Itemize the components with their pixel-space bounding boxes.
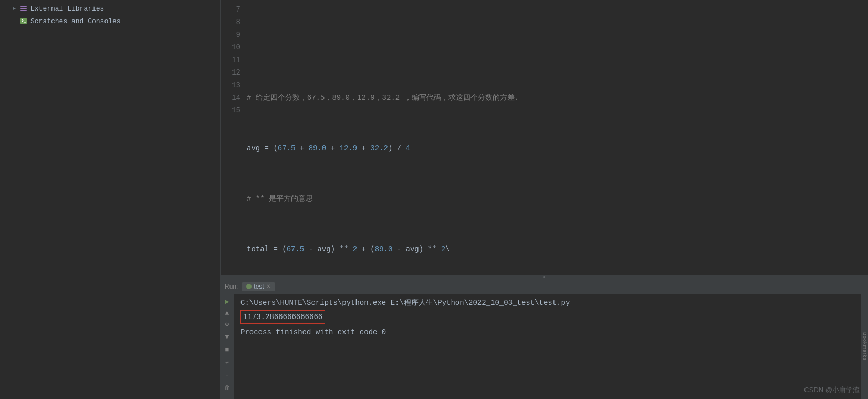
run-panel-left-buttons: ▶ ▲ ⚙ ▼ ■ ↩ ↓ 🗑 — [221, 294, 234, 399]
run-tab-test[interactable]: test ✕ — [242, 282, 274, 291]
settings-icon-btn[interactable]: ⚙ — [223, 320, 232, 329]
code-editor: 7 8 9 10 11 12 13 14 15 # 给定四个分数，67.5，89… — [221, 0, 868, 275]
svg-rect-0 — [20, 6, 27, 7]
external-libraries-label: External Libraries — [30, 5, 104, 13]
stop-button[interactable]: ■ — [223, 345, 232, 354]
line-numbers: 7 8 9 10 11 12 13 14 15 — [221, 2, 247, 273]
svg-rect-3 — [20, 18, 27, 24]
sidebar: ▶ External Libraries ▶ Scratches and — [0, 0, 221, 399]
code-line-9: avg = (67.5 + 89.0 + 12.9 + 32.2) / 4 — [247, 142, 868, 155]
svg-rect-1 — [20, 8, 27, 9]
sidebar-item-external-libraries[interactable]: ▶ External Libraries — [0, 2, 220, 15]
scratches-and-consoles-icon — [19, 16, 28, 26]
comment-10: # ** 是平方的意思 — [247, 192, 313, 205]
run-tab-name: test — [254, 283, 264, 290]
svg-rect-2 — [20, 10, 27, 11]
run-body: ▶ ▲ ⚙ ▼ ■ ↩ ↓ 🗑 C:\Users\HUNTE\Scripts\p… — [221, 294, 868, 399]
code-line-8: # 给定四个分数，67.5，89.0，12.9，32.2 ，编写代码，求这四个分… — [247, 91, 868, 104]
process-done-message: Process finished with exit code 0 — [240, 326, 854, 339]
code-lines[interactable]: # 给定四个分数，67.5，89.0，12.9，32.2 ，编写代码，求这四个分… — [247, 2, 868, 273]
run-tab-bar: Run: test ✕ — [221, 279, 868, 294]
code-line-11: total = (67.5 - avg) ** 2 + (89.0 - avg)… — [247, 243, 868, 255]
code-line-7 — [247, 41, 868, 54]
splitter-handle — [543, 276, 545, 278]
close-tab-icon[interactable]: ✕ — [266, 283, 270, 289]
external-libraries-icon — [19, 4, 28, 13]
run-green-button[interactable]: ▶ — [223, 296, 232, 306]
scratches-and-consoles-label: Scratches and Consoles — [30, 17, 121, 25]
run-command: C:\Users\HUNTE\Scripts\python.exe E:\程序人… — [240, 296, 854, 309]
bookmarks-strip[interactable]: Bookmarks — [861, 294, 868, 399]
download-button[interactable]: ↓ — [223, 370, 232, 380]
run-scroll-up-button[interactable]: ▲ — [223, 308, 232, 318]
sidebar-item-scratches-and-consoles[interactable]: ▶ Scratches and Consoles — [0, 15, 220, 27]
run-scroll-down-button[interactable]: ▼ — [223, 332, 232, 342]
run-output-area: C:\Users\HUNTE\Scripts\python.exe E:\程序人… — [234, 294, 861, 399]
wrap-button[interactable]: ↩ — [223, 357, 232, 367]
run-panel: Run: test ✕ ▶ ▲ ⚙ ▼ ■ ↩ ↓ 🗑 — [221, 278, 868, 399]
code-line-10: # ** 是平方的意思 — [247, 192, 868, 205]
run-tab-icon — [246, 284, 252, 289]
comment-8: # 给定四个分数，67.5，89.0，12.9，32.2 ，编写代码，求这四个分… — [247, 91, 519, 104]
run-label: Run: — [225, 283, 238, 290]
clear-button[interactable]: 🗑 — [223, 383, 232, 392]
chevron-right-icon: ▶ — [11, 5, 18, 12]
run-output-line: 1173.2866666666666 — [240, 310, 854, 324]
watermark: CSDN @小庸学渣 — [804, 385, 860, 395]
run-output-value: 1173.2866666666666 — [240, 310, 325, 324]
spacer-icon: ▶ — [11, 17, 18, 25]
